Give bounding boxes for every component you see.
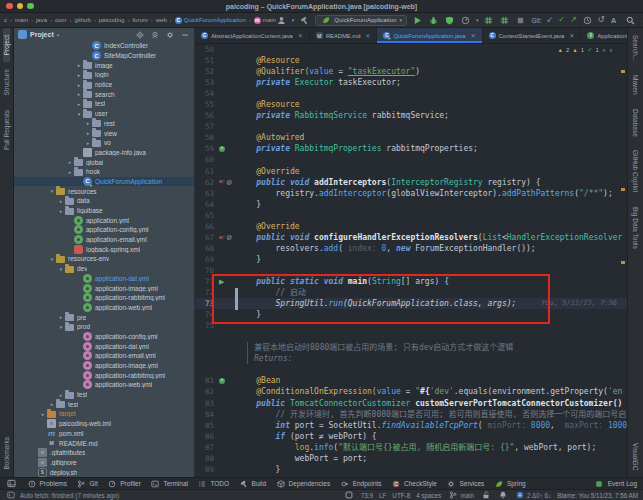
user-icon[interactable]	[276, 15, 287, 26]
line-number[interactable]: 65	[195, 211, 217, 220]
tool-window-button-problems[interactable]: Problems	[26, 478, 67, 489]
breadcrumb-item[interactable]: forum	[132, 17, 147, 23]
line-number[interactable]: 73	[195, 299, 217, 308]
tree-item[interactable]: application-config.yml	[14, 332, 194, 342]
chevron-expanded-icon[interactable]: ▾	[48, 256, 56, 262]
breadcrumb-method-item[interactable]: mmain	[254, 17, 276, 24]
code-line[interactable]: 64 }	[195, 199, 627, 210]
status-widget[interactable]	[480, 490, 491, 500]
code-line[interactable]	[195, 364, 627, 375]
tree-item[interactable]: paicoding-web.iml	[14, 419, 194, 429]
editor-tab[interactable]: ApplicationContext.java	[581, 28, 627, 43]
stripe-item-visualgc[interactable]: VisualGC	[632, 436, 639, 477]
project-panel-title[interactable]: Project	[30, 31, 54, 38]
line-number[interactable]: 89	[195, 465, 217, 474]
chevron-collapsed-icon[interactable]: ▸	[39, 411, 47, 417]
chevron-expanded-icon[interactable]: ▾	[57, 324, 65, 330]
status-widget[interactable]	[344, 490, 355, 500]
update-project-button[interactable]: ↙	[547, 16, 554, 24]
line-number[interactable]: 62	[195, 178, 217, 187]
run-icon[interactable]	[412, 15, 423, 26]
stripe-item-pull-requests[interactable]: Pull Requests	[3, 103, 10, 157]
status-widget[interactable]	[497, 490, 508, 500]
code-line[interactable]: 89 }	[195, 464, 627, 475]
line-number[interactable]: 84	[195, 410, 217, 419]
status-widget[interactable]: Blame: You 5/11/23, 7:56 AM	[557, 492, 638, 499]
tree-item[interactable]: ▸vo	[14, 138, 194, 148]
plugin-grid-icon[interactable]	[499, 15, 510, 26]
code-line[interactable]: 59 private RabbitmqProperties rabbitmqPr…	[195, 143, 627, 154]
tree-item[interactable]: ▾dev	[14, 264, 194, 274]
tree-item[interactable]: ▸test	[14, 399, 194, 409]
tree-item[interactable]: application-email.yml	[14, 235, 194, 245]
line-number[interactable]: 67	[195, 233, 217, 242]
tree-item[interactable]: ▾prod	[14, 322, 194, 332]
search-everywhere-icon[interactable]	[625, 15, 636, 26]
tree-item[interactable]: ▸login	[14, 70, 194, 80]
line-number[interactable]: 51	[195, 56, 217, 65]
tree-item[interactable]: IndexController	[14, 41, 194, 51]
tree-item[interactable]: application-rabbitmq.yml	[14, 293, 194, 303]
stripe-item-structure[interactable]: Structure	[3, 62, 10, 102]
line-number[interactable]: 75	[195, 321, 217, 330]
line-number[interactable]: 88	[195, 454, 217, 463]
tree-item[interactable]: application-web.yml	[14, 303, 194, 313]
code-line[interactable]: 58 @Autowired	[195, 132, 627, 143]
line-number[interactable]: 59	[195, 144, 217, 153]
chevron-collapsed-icon[interactable]: ▸	[84, 120, 92, 126]
chevron-expanded-icon[interactable]: ▾	[57, 266, 65, 272]
stripe-item-big-data-tools[interactable]: Big Data Tools	[632, 200, 639, 256]
tree-item[interactable]: application-web.yml	[14, 380, 194, 390]
status-widget[interactable]: 2 Δ0↑ 6↓	[514, 490, 551, 500]
coverage-icon[interactable]	[444, 15, 455, 26]
code-line[interactable]: 69 }	[195, 254, 627, 265]
code-line[interactable]: 65	[195, 210, 627, 221]
chevron-collapsed-icon[interactable]: ▸	[75, 101, 83, 107]
breadcrumb-item[interactable]: com	[55, 17, 66, 23]
run-configuration-selector[interactable]: QuickForumApplication▾	[315, 15, 407, 26]
line-number[interactable]: 56	[195, 111, 217, 120]
build-hammer-icon[interactable]	[299, 15, 310, 26]
chevron-expanded-icon[interactable]: ▾	[48, 188, 56, 194]
stripe-item-project[interactable]: Project	[3, 28, 10, 62]
stripe-item-github-copilot[interactable]: GitHub Copilot	[632, 143, 639, 199]
code-line[interactable]: 75	[195, 320, 627, 331]
chevron-collapsed-icon[interactable]: ▸	[84, 130, 92, 136]
tool-window-button-todo[interactable]: TODO	[197, 478, 229, 489]
status-widget[interactable]: UTF-8	[392, 492, 410, 499]
debug-icon[interactable]	[428, 15, 439, 26]
close-icon[interactable]: ✕	[365, 32, 370, 39]
breadcrumb-item[interactable]: web	[156, 17, 167, 23]
tree-item[interactable]: ▸data	[14, 196, 194, 206]
line-number[interactable]: 57	[195, 122, 217, 131]
code-line[interactable]: Returns:	[195, 353, 627, 364]
breadcrumb-item[interactable]: github	[74, 17, 90, 23]
code-line[interactable]: 63 registry.addInterceptor(globalViewInt…	[195, 188, 627, 199]
chevron-collapsed-icon[interactable]: ▸	[48, 401, 56, 407]
next-problem-icon[interactable]: ∨	[609, 47, 613, 53]
chevron-collapsed-icon[interactable]: ▸	[57, 208, 65, 214]
line-number[interactable]: 66	[195, 222, 217, 231]
tree-item[interactable]: ▸rest	[14, 119, 194, 129]
chevron-collapsed-icon[interactable]: ▸	[84, 140, 92, 146]
overriding-method-gutter-icon[interactable]: o↑	[219, 179, 225, 185]
editor-tab[interactable]: README.md✕	[310, 28, 378, 43]
spring-bean-gutter-icon[interactable]	[219, 146, 225, 152]
code-line[interactable]: 61 @Override	[195, 166, 627, 177]
stripe-item-search-[interactable]: Search...	[632, 28, 639, 68]
tool-window-button-checkstyle[interactable]: CCheckStyle	[391, 478, 437, 489]
close-icon[interactable]: ✕	[569, 32, 574, 39]
code-line[interactable]: 51 @Resource	[195, 55, 627, 66]
tool-window-button-endpoints[interactable]: Endpoints	[339, 478, 381, 489]
tree-item[interactable]: application-image.yml	[14, 361, 194, 371]
close-icon[interactable]: ✕	[471, 32, 476, 39]
tree-item[interactable]: SiteMapController	[14, 51, 194, 61]
tree-item[interactable]: application-rabbitmq.yml	[14, 370, 194, 380]
line-number[interactable]: 63	[195, 189, 217, 198]
code-line[interactable]: 兼容本地启动时8080端口被占用的场景; 只有dev启动方式才做这个逻辑	[195, 342, 627, 353]
code-editor[interactable]: ▲2▲1✓1∧∨ 5051 @Resource52 @Qualifier(val…	[195, 44, 627, 477]
code-line[interactable]: 68 resolvers.add( index: 0, new ForumExc…	[195, 243, 627, 254]
prev-problem-icon[interactable]: ∧	[602, 47, 606, 53]
layout-icon[interactable]	[6, 478, 17, 489]
line-number[interactable]: 74	[195, 310, 217, 319]
